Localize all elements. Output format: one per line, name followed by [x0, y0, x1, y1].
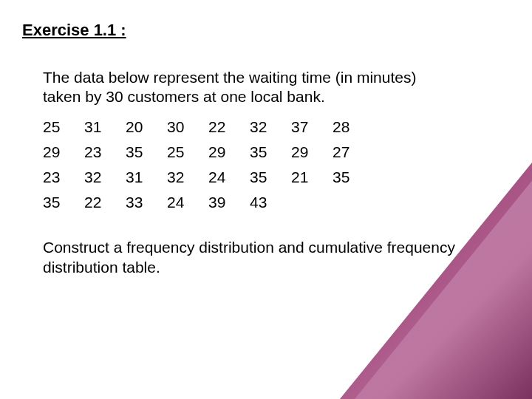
table-row: 25 31 20 30 22 32 37 28	[43, 115, 374, 140]
cell: 43	[250, 190, 291, 215]
cell: 20	[126, 115, 167, 140]
intro-text: The data below represent the waiting tim…	[43, 68, 457, 107]
cell: 35	[250, 165, 291, 190]
table-row: 29 23 35 25 29 35 29 27	[43, 140, 374, 165]
cell: 39	[208, 190, 250, 215]
cell: 25	[43, 115, 84, 140]
table-row: 23 32 31 32 24 35 21 35	[43, 165, 374, 190]
cell: 32	[167, 165, 208, 190]
cell	[291, 190, 332, 215]
cell: 37	[291, 115, 332, 140]
cell: 32	[84, 165, 126, 190]
content-area: Exercise 1.1 : The data below represent …	[0, 0, 532, 277]
data-table: 25 31 20 30 22 32 37 28 29 23 35 25 29 3…	[43, 115, 374, 215]
cell: 35	[43, 190, 84, 215]
instruction-text: Construct a frequency distribution and c…	[43, 237, 457, 278]
cell: 24	[167, 190, 208, 215]
cell: 27	[332, 140, 374, 165]
cell: 33	[126, 190, 167, 215]
cell	[332, 190, 374, 215]
slide: Exercise 1.1 : The data below represent …	[0, 0, 532, 399]
cell: 29	[208, 140, 250, 165]
cell: 31	[126, 165, 167, 190]
cell: 30	[167, 115, 208, 140]
table-row: 35 22 33 24 39 43	[43, 190, 374, 215]
cell: 29	[291, 140, 332, 165]
cell: 35	[332, 165, 374, 190]
cell: 29	[43, 140, 84, 165]
cell: 23	[43, 165, 84, 190]
cell: 35	[250, 140, 291, 165]
cell: 31	[84, 115, 126, 140]
exercise-title: Exercise 1.1 :	[22, 21, 505, 40]
cell: 22	[208, 115, 250, 140]
cell: 22	[84, 190, 126, 215]
cell: 21	[291, 165, 332, 190]
cell: 25	[167, 140, 208, 165]
cell: 24	[208, 165, 250, 190]
cell: 23	[84, 140, 126, 165]
cell: 35	[126, 140, 167, 165]
cell: 32	[250, 115, 291, 140]
cell: 28	[332, 115, 374, 140]
